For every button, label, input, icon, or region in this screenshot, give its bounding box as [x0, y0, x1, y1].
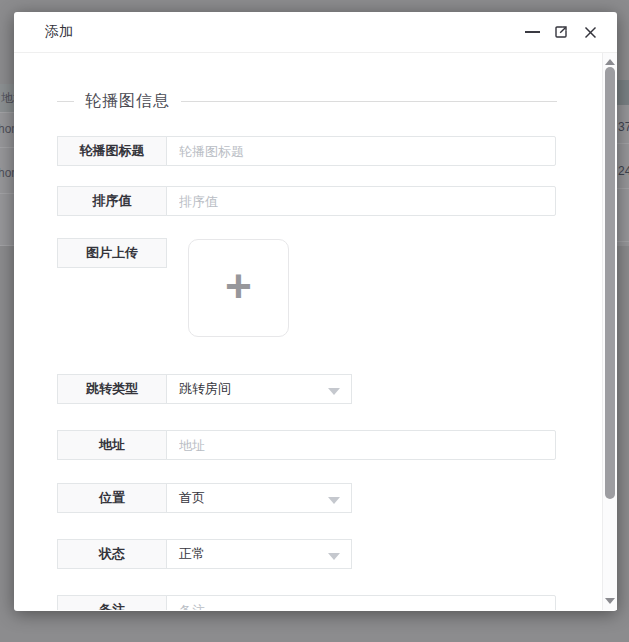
row-divider [0, 112, 14, 113]
background-header-text: 地址 [1, 90, 14, 107]
row-divider [617, 241, 629, 242]
divider [181, 101, 557, 102]
select-value: 首页 [179, 489, 205, 507]
form-row-image-upload: 图片上传 + [57, 238, 557, 337]
background-table-fragment-left: 地址 hon hon [0, 84, 14, 246]
row-divider [0, 245, 14, 246]
field-label: 轮播图标题 [57, 136, 167, 166]
background-cell-text: hon [0, 122, 14, 136]
scroll-down-icon[interactable] [605, 598, 615, 604]
screen: { "background": { "left": { "header": "地… [0, 0, 629, 642]
dialog-header: 添加 [14, 12, 617, 53]
form-row-jump-type: 跳转类型 跳转房间 [57, 374, 557, 404]
form-row-remark: 备注 [57, 595, 557, 610]
dialog-body: 轮播图信息 轮播图标题 排序值 图片上传 + 跳转类型 跳转房间 [14, 53, 617, 610]
scrollbar[interactable] [602, 53, 617, 610]
field-label: 图片上传 [57, 238, 167, 268]
form-row-carousel-title: 轮播图标题 [57, 136, 557, 166]
form-row-status: 状态 正常 [57, 539, 557, 569]
select-value: 正常 [179, 545, 205, 563]
row-divider [0, 147, 14, 148]
select-value: 跳转房间 [179, 380, 231, 398]
background-table-fragment-right: 37 24 [617, 80, 629, 246]
row-divider [617, 188, 629, 189]
chevron-down-icon [328, 388, 340, 395]
minimize-icon[interactable] [522, 22, 542, 42]
form-row-address: 地址 [57, 430, 557, 460]
background-table-header [617, 80, 629, 105]
jump-type-select[interactable]: 跳转房间 [166, 374, 352, 404]
carousel-form: 轮播图信息 轮播图标题 排序值 图片上传 + 跳转类型 跳转房间 [14, 91, 572, 610]
image-upload-button[interactable]: + [188, 239, 289, 337]
position-select[interactable]: 首页 [166, 483, 352, 513]
scroll-up-icon[interactable] [605, 59, 615, 65]
field-label: 位置 [57, 483, 167, 513]
carousel-title-input[interactable] [166, 136, 556, 166]
dialog-title: 添加 [45, 23, 73, 41]
chevron-down-icon [328, 553, 340, 560]
status-select[interactable]: 正常 [166, 539, 352, 569]
address-input[interactable] [166, 430, 556, 460]
divider [57, 101, 74, 102]
background-cell-text: hon [0, 166, 14, 180]
section-header: 轮播图信息 [57, 91, 557, 112]
field-label: 排序值 [57, 186, 167, 216]
field-label: 地址 [57, 430, 167, 460]
row-divider [0, 193, 14, 194]
remark-input[interactable] [166, 595, 556, 610]
maximize-icon[interactable] [551, 22, 571, 42]
sort-value-input[interactable] [166, 186, 556, 216]
chevron-down-icon [328, 497, 340, 504]
form-row-position: 位置 首页 [57, 483, 557, 513]
row-divider [617, 143, 629, 144]
background-cell-text: 24 [618, 164, 629, 178]
background-cell-text: 37 [618, 120, 629, 134]
add-dialog: 添加 轮播图信息 [14, 12, 617, 611]
form-row-sort-value: 排序值 [57, 186, 557, 216]
plus-icon: + [225, 263, 252, 309]
window-controls [522, 22, 600, 42]
field-label: 备注 [57, 595, 167, 610]
section-title: 轮播图信息 [74, 91, 181, 112]
close-icon[interactable] [580, 22, 600, 42]
scrollbar-thumb[interactable] [605, 67, 615, 499]
field-label: 状态 [57, 539, 167, 569]
field-label: 跳转类型 [57, 374, 167, 404]
